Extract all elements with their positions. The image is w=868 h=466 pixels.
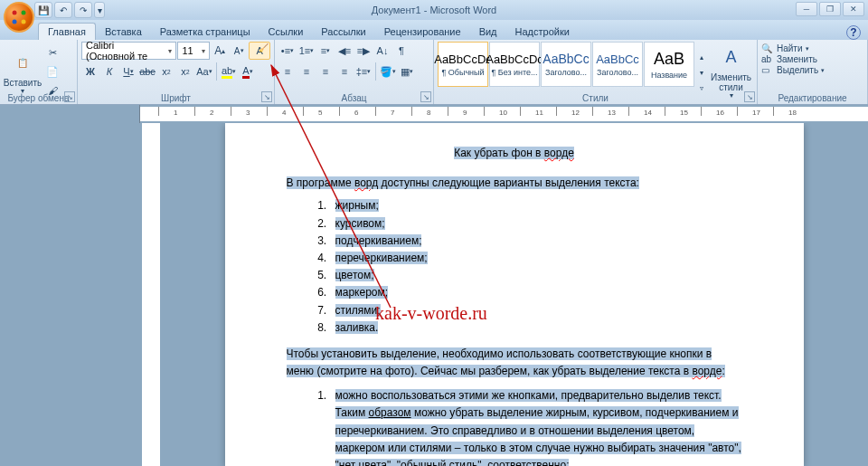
list-item: заливка.: [330, 319, 742, 337]
title-bar: 💾 ↶ ↷ ▾ Документ1 - Microsoft Word ─ ❐ ✕: [0, 0, 868, 20]
grow-font-button[interactable]: A▴: [211, 42, 229, 60]
clear-formatting-button[interactable]: A🧹: [249, 42, 270, 60]
styles-dialog-icon[interactable]: ↘: [744, 91, 755, 102]
change-styles-icon: A: [719, 45, 744, 71]
bullets-button[interactable]: •≡▾: [278, 42, 297, 60]
ruler-area: 123456789101112131415161718: [0, 105, 868, 123]
svg-point-2: [13, 20, 17, 24]
window-title: Документ1 - Microsoft Word: [372, 5, 496, 15]
list-item: подчеркиванием;: [330, 233, 742, 250]
tab-review[interactable]: Рецензирование: [375, 24, 470, 40]
show-marks-button[interactable]: ¶: [392, 42, 410, 60]
shrink-font-button[interactable]: A▾: [230, 42, 248, 60]
paste-icon: 📋: [10, 51, 35, 76]
borders-button[interactable]: ▦▾: [398, 62, 416, 81]
subscript-button[interactable]: x2: [157, 62, 175, 81]
horizontal-ruler[interactable]: 123456789101112131415161718: [140, 107, 868, 121]
find-button[interactable]: 🔍Найти▾: [761, 43, 863, 53]
doc-title: Как убрать фон в ворде: [287, 145, 742, 162]
styles-up[interactable]: ▴: [696, 51, 707, 65]
restore-button[interactable]: ❐: [819, 2, 841, 16]
align-right-button[interactable]: ≡: [316, 62, 335, 81]
list-item: жирным;: [330, 197, 742, 214]
select-button[interactable]: ▭Выделить▾: [761, 65, 863, 75]
tab-insert[interactable]: Вставка: [96, 24, 151, 40]
underline-button[interactable]: Ч▾: [119, 62, 137, 81]
tab-mailings[interactable]: Рассылки: [312, 24, 374, 40]
document-page[interactable]: Как убрать фон в ворде В программе ворд …: [225, 123, 804, 466]
tab-view[interactable]: Вид: [470, 24, 506, 40]
minimize-button[interactable]: ─: [796, 2, 817, 16]
list-item: маркером;: [330, 284, 742, 301]
qat-undo[interactable]: ↶: [54, 2, 72, 18]
close-button[interactable]: ✕: [843, 2, 864, 16]
justify-button[interactable]: ≡: [335, 62, 354, 81]
font-dialog-icon[interactable]: ↘: [261, 91, 272, 102]
font-name-combo[interactable]: Calibri (Основной те▾: [81, 42, 176, 60]
para-dialog-icon[interactable]: ↘: [420, 91, 431, 102]
styles-down[interactable]: ▾: [696, 66, 707, 81]
style-item-3[interactable]: AaBbCcЗаголово...: [592, 42, 643, 87]
document-area: Как убрать фон в ворде В программе ворд …: [0, 123, 868, 466]
strike-button[interactable]: abc: [138, 62, 156, 81]
qat-customize[interactable]: ▾: [94, 2, 105, 18]
doc-p1: В программе ворд доступны следующие вари…: [287, 175, 742, 192]
svg-point-0: [13, 11, 17, 15]
svg-point-1: [22, 11, 26, 15]
list-item: цветом;: [330, 267, 742, 284]
align-center-button[interactable]: ≡: [297, 62, 316, 81]
multilevel-button[interactable]: ≡▾: [316, 42, 335, 60]
ribbon-tabs: Главная Вставка Разметка страницы Ссылки…: [0, 20, 868, 40]
bold-button[interactable]: Ж: [81, 62, 99, 81]
line-spacing-button[interactable]: ‡≡▾: [354, 62, 373, 81]
numbering-button[interactable]: 1≡▾: [297, 42, 316, 60]
tab-references[interactable]: Ссылки: [259, 24, 313, 40]
vertical-ruler[interactable]: [142, 123, 160, 466]
style-item-4[interactable]: AaBНазвание: [644, 42, 694, 87]
superscript-button[interactable]: x2: [176, 62, 194, 81]
doc-p2: Чтобы установить выделение, необходимо и…: [287, 346, 742, 380]
ribbon: 📋 Вставить ▾ ✂ 📄 🖌 Буфер обмена ↘ Calibr…: [0, 40, 868, 105]
sort-button[interactable]: A↓: [373, 42, 392, 60]
group-font-label: Шрифт: [78, 93, 274, 103]
font-color-button[interactable]: A▾: [239, 62, 257, 81]
copy-button[interactable]: 📄: [43, 62, 61, 81]
qat-save[interactable]: 💾: [34, 2, 52, 18]
doc-list2: можно воспользоваться этими же кнопками,…: [330, 387, 742, 466]
doc-list: жирным;курсивом;подчеркиванием;перечерки…: [330, 197, 742, 337]
italic-button[interactable]: К: [100, 62, 118, 81]
group-editing-label: Редактирование: [758, 93, 867, 103]
list-item: стилями;: [330, 302, 742, 319]
group-para-label: Абзац: [275, 93, 433, 103]
replace-button[interactable]: abЗаменить: [761, 54, 863, 64]
qat-redo[interactable]: ↷: [74, 2, 92, 18]
tab-pagelayout[interactable]: Разметка страницы: [151, 24, 259, 40]
style-item-0[interactable]: AaBbCcDc¶ Обычный: [438, 42, 488, 87]
shading-button[interactable]: 🪣▾: [379, 62, 397, 81]
tab-home[interactable]: Главная: [38, 23, 96, 40]
align-left-button[interactable]: ≡: [278, 62, 297, 81]
change-case-button[interactable]: Aa▾: [195, 62, 213, 81]
cut-button[interactable]: ✂: [43, 43, 61, 62]
list-item: курсивом;: [330, 215, 742, 233]
style-item-1[interactable]: AaBbCcDc¶ Без инте...: [489, 42, 540, 87]
tab-addins[interactable]: Надстройки: [506, 24, 579, 40]
svg-point-3: [22, 20, 26, 24]
decrease-indent-button[interactable]: ◀≡: [335, 42, 354, 60]
style-item-2[interactable]: AaBbCcЗаголово...: [541, 42, 591, 87]
group-styles-label: Стили: [434, 93, 757, 103]
office-button[interactable]: [4, 2, 34, 33]
help-icon[interactable]: ?: [846, 25, 861, 40]
increase-indent-button[interactable]: ≡▶: [354, 42, 373, 60]
clipboard-dialog-icon[interactable]: ↘: [64, 91, 75, 102]
font-size-combo[interactable]: 11▾: [177, 42, 210, 60]
highlight-button[interactable]: ab▾: [220, 62, 238, 81]
list-item: перечеркиванием;: [330, 250, 742, 267]
